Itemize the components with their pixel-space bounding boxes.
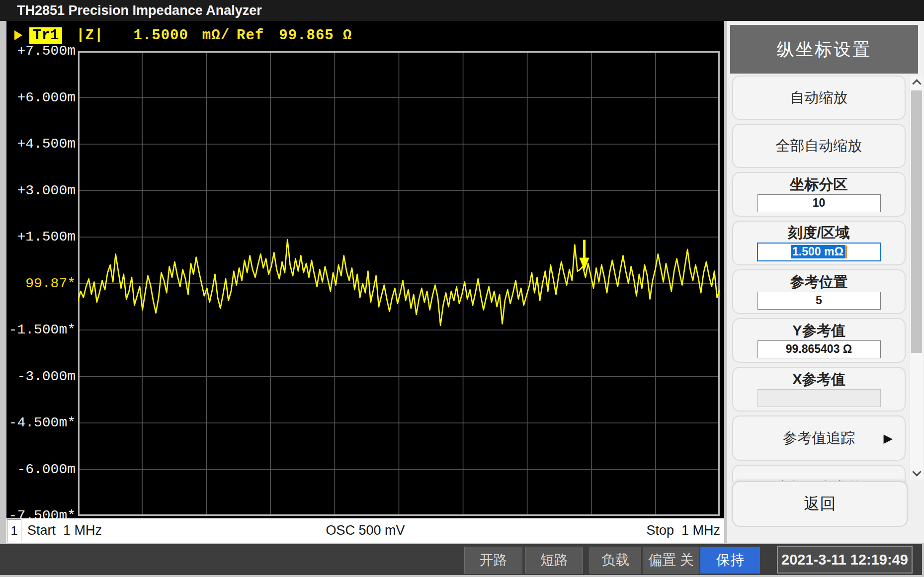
x-reference-input[interactable] — [757, 389, 881, 407]
y-tick: +6.000m — [17, 89, 76, 106]
scroll-down-button[interactable] — [910, 467, 923, 480]
autoscale-all-button[interactable]: 全部自动缩放 — [732, 124, 906, 168]
reference-tracking-button[interactable]: 参考值追踪 ▶ — [732, 415, 906, 461]
datetime-display: 2021-3-11 12:19:49 — [777, 546, 913, 574]
x-axis-strip: 1 Start 1 MHz OSC 500 mV Stop 1 MHz — [6, 518, 724, 543]
y-reference-label: Y参考值 — [792, 323, 845, 338]
open-correction-button[interactable]: 开路 — [464, 547, 522, 574]
scrollbar-thumb[interactable] — [911, 90, 922, 353]
submenu-arrow-icon: ▶ — [884, 431, 893, 445]
vertical-axis-settings-panel: 纵坐标设置 自动缩放 全部自动缩放 坐标分区 10 刻度/区域 1.500 mΩ… — [727, 21, 924, 543]
trace-ref-label: Ref — [237, 27, 264, 44]
window-title: TH2851 Precision Impedance Analyzer — [17, 0, 262, 21]
reference-position-group: 参考位置 5 — [732, 269, 906, 314]
trace-ref-value: 99.865 Ω — [279, 27, 352, 44]
reference-position-label: 参考位置 — [790, 274, 848, 289]
y-tick: +7.500m — [17, 43, 76, 60]
load-correction-button[interactable]: 负载 — [589, 547, 641, 574]
osc-level-label: OSC 500 mV — [326, 518, 405, 543]
short-correction-button[interactable]: 短路 — [525, 547, 583, 574]
bottom-status-bar: 开路 短路 负载 偏置 关 保持 2021-3-11 12:19:49 — [0, 544, 924, 575]
scroll-up-button[interactable] — [910, 76, 923, 88]
scale-per-div-group: 刻度/区域 1.500 mΩ — [732, 221, 906, 265]
trace-status-line: Tr1 |Z| 1.5000 mΩ/ Ref 99.865 Ω — [14, 27, 352, 43]
cursor-to-reference-button[interactable]: 光标→参考值 — [732, 465, 906, 482]
divisions-label: 坐标分区 — [790, 177, 848, 192]
panel-title: 纵坐标设置 — [730, 25, 918, 74]
autoscale-label: 自动缩放 — [790, 88, 848, 108]
scale-input-selected-text: 1.500 mΩ — [791, 245, 845, 258]
y-tick: -1.500m* — [9, 322, 76, 338]
start-frequency-label: Start 1 MHz — [27, 518, 102, 543]
reference-position-input[interactable]: 5 — [757, 292, 881, 310]
y-tick: +4.500m — [17, 136, 76, 153]
autoscale-all-label: 全部自动缩放 — [776, 136, 862, 156]
back-button[interactable]: 返回 — [732, 481, 908, 527]
panel-scrollbar[interactable] — [910, 76, 923, 480]
y-tick: +1.500m — [17, 229, 76, 246]
y-tick: -6.000m — [17, 461, 76, 478]
trace-scale-unit: mΩ/ — [202, 27, 230, 44]
panel-scroll-area: 自动缩放 全部自动缩放 坐标分区 10 刻度/区域 1.500 mΩ 参考位置 … — [732, 76, 906, 482]
x-reference-group: X参考值 — [732, 367, 906, 412]
y-tick: -4.500m* — [9, 414, 76, 431]
chevron-up-icon — [912, 79, 921, 88]
title-bar: TH2851 Precision Impedance Analyzer — [0, 0, 924, 21]
chart-region: Tr1 |Z| 1.5000 mΩ/ Ref 99.865 Ω +7.500m+… — [6, 21, 724, 518]
trace-active-arrow-icon — [14, 30, 22, 40]
text-caret — [845, 246, 847, 258]
y-axis-labels: +7.500m+6.000m+4.500m+3.000m+1.500m99.87… — [6, 51, 79, 516]
plot-svg — [78, 51, 720, 516]
x-reference-label: X参考值 — [792, 372, 845, 387]
y-tick: +3.000m — [17, 182, 76, 199]
y-reference-group: Y参考值 99.865403 Ω — [732, 318, 906, 363]
scale-per-div-input[interactable]: 1.500 mΩ — [757, 243, 881, 261]
y-tick: -3.000m — [17, 368, 76, 385]
app-window: TH2851 Precision Impedance Analyzer Tr1 … — [0, 0, 924, 577]
y-tick-reference: 99.87* — [25, 275, 76, 292]
chevron-down-icon — [912, 467, 921, 476]
reference-tracking-label: 参考值追踪 — [783, 428, 855, 448]
trace-name-chip[interactable]: Tr1 — [29, 27, 62, 44]
window-right-edge — [922, 544, 924, 577]
hold-button[interactable]: 保持 — [700, 547, 760, 574]
back-label: 返回 — [804, 493, 836, 515]
scale-per-div-label: 刻度/区域 — [788, 225, 849, 240]
bias-off-button[interactable]: 偏置 关 — [643, 547, 699, 574]
divisions-input[interactable]: 10 — [757, 194, 881, 212]
divisions-group: 坐标分区 10 — [732, 172, 906, 217]
stop-frequency-label: Stop 1 MHz — [646, 518, 720, 543]
channel-number-box: 1 — [7, 519, 21, 542]
autoscale-button[interactable]: 自动缩放 — [732, 76, 906, 120]
trace-parameter: |Z| — [76, 27, 103, 44]
y-reference-input[interactable]: 99.865403 Ω — [757, 340, 881, 358]
trace-scale-value: 1.5000 — [133, 27, 188, 44]
